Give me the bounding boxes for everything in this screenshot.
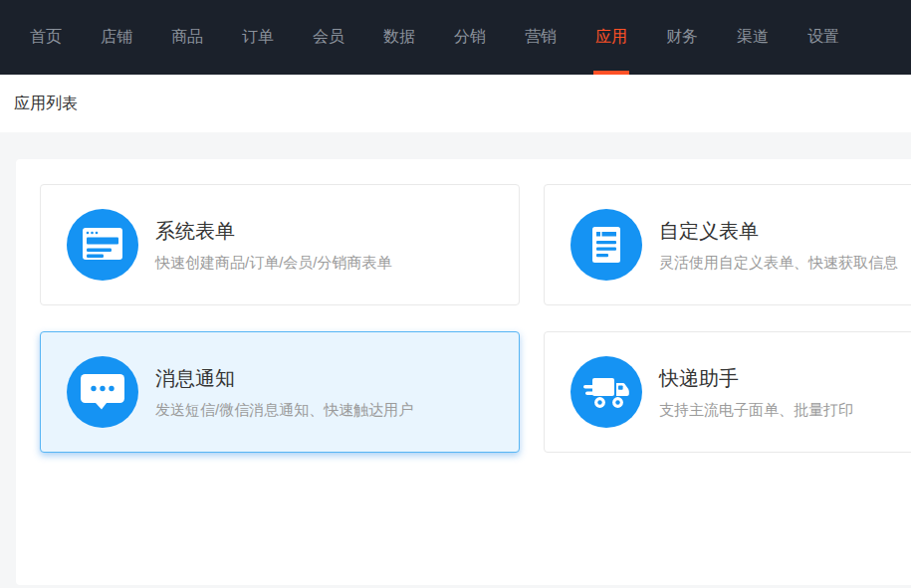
delivery-truck-icon (570, 356, 642, 428)
card-text: 快递助手 支持主流电子面单、批量打印 (659, 365, 853, 420)
app-card-express-helper[interactable]: 快递助手 支持主流电子面单、批量打印 (544, 331, 911, 453)
card-text: 自定义表单 灵活使用自定义表单、快速获取信息 (659, 218, 898, 273)
app-card-system-form[interactable]: 系统表单 快速创建商品/订单/会员/分销商表单 (40, 184, 520, 305)
top-nav: 首页 店铺 商品 订单 会员 数据 分销 营销 应用 财务 渠道 设置 (0, 0, 911, 75)
nav-item-channels[interactable]: 渠道 (737, 0, 769, 75)
card-title: 消息通知 (155, 365, 413, 391)
custom-form-icon (570, 209, 642, 281)
card-title: 系统表单 (155, 218, 392, 244)
nav-item-apps-label: 应用 (595, 27, 627, 48)
nav-item-orders[interactable]: 订单 (242, 0, 274, 75)
card-title: 自定义表单 (659, 218, 898, 244)
active-tab-underline (593, 71, 629, 75)
nav-item-home[interactable]: 首页 (30, 0, 62, 75)
nav-item-settings[interactable]: 设置 (807, 0, 839, 75)
card-text: 系统表单 快速创建商品/订单/会员/分销商表单 (155, 218, 392, 273)
nav-item-marketing[interactable]: 营销 (525, 0, 557, 75)
app-card-message-notify[interactable]: 消息通知 发送短信/微信消息通知、快速触达用户 (40, 331, 520, 453)
nav-item-shop[interactable]: 店铺 (101, 0, 132, 75)
message-bubble-icon (67, 356, 138, 428)
subheader: 应用列表 (0, 75, 911, 132)
nav-item-goods[interactable]: 商品 (171, 0, 203, 75)
card-description: 灵活使用自定义表单、快速获取信息 (659, 253, 898, 273)
app-card-grid: 系统表单 快速创建商品/订单/会员/分销商表单 自定义表单 灵活使用自定义表单、… (16, 159, 911, 478)
page-title: 应用列表 (14, 94, 78, 114)
nav-item-data[interactable]: 数据 (383, 0, 415, 75)
card-description: 快速创建商品/订单/会员/分销商表单 (155, 253, 392, 273)
nav-item-members[interactable]: 会员 (313, 0, 344, 75)
card-description: 支持主流电子面单、批量打印 (659, 400, 853, 420)
system-form-icon (67, 209, 138, 281)
nav-item-distribution[interactable]: 分销 (454, 0, 486, 75)
nav-item-finance[interactable]: 财务 (666, 0, 698, 75)
app-card-custom-form[interactable]: 自定义表单 灵活使用自定义表单、快速获取信息 (544, 184, 911, 305)
nav-item-apps[interactable]: 应用 (595, 0, 627, 75)
card-text: 消息通知 发送短信/微信消息通知、快速触达用户 (155, 365, 413, 420)
card-description: 发送短信/微信消息通知、快速触达用户 (155, 400, 413, 420)
app-list-panel: 系统表单 快速创建商品/订单/会员/分销商表单 自定义表单 灵活使用自定义表单、… (16, 159, 911, 585)
card-title: 快递助手 (659, 365, 853, 391)
